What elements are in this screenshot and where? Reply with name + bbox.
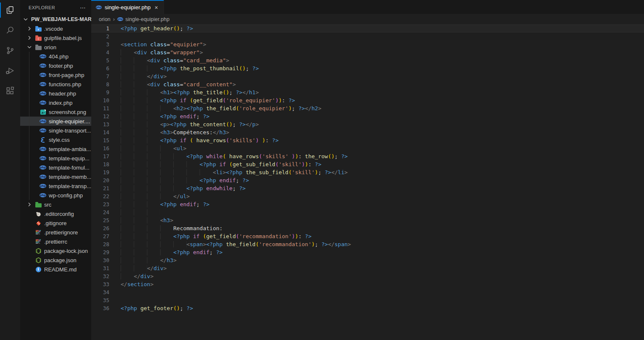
line-number[interactable]: 33 bbox=[91, 280, 109, 288]
file-item-package-lock-json[interactable]: { }package-lock.json bbox=[20, 246, 91, 255]
line-number[interactable]: 15 bbox=[91, 136, 109, 144]
line-number[interactable]: 16 bbox=[91, 144, 109, 152]
file-item-screenshot-png[interactable]: screenshot.png bbox=[20, 107, 91, 117]
code-text[interactable]: <div class="card__content"> bbox=[109, 80, 236, 88]
line-number[interactable]: 2 bbox=[91, 32, 109, 40]
source-control-icon[interactable] bbox=[0, 40, 20, 61]
code-text[interactable]: <?php if ( have_rows('skills') ): ?> bbox=[109, 136, 279, 144]
search-icon[interactable] bbox=[0, 20, 20, 40]
explorer-icon[interactable] bbox=[0, 0, 20, 20]
line-number[interactable]: 12 bbox=[91, 112, 109, 120]
line-number[interactable]: 30 bbox=[91, 256, 109, 264]
code-text[interactable]: <h1><?php the_title(); ?></h1> bbox=[109, 88, 259, 96]
code-text[interactable]: </ul> bbox=[109, 192, 190, 200]
line-number[interactable]: 6 bbox=[91, 64, 109, 72]
file-item-prettierrc[interactable]: .prettierrc bbox=[20, 237, 91, 246]
line-number[interactable]: 13 bbox=[91, 120, 109, 128]
line-number[interactable]: 27 bbox=[91, 232, 109, 240]
file-item-prettierignore[interactable]: .prettierignore bbox=[20, 228, 91, 237]
breadcrumb-file[interactable]: php single-equipier.php bbox=[117, 16, 169, 22]
line-number[interactable]: 23 bbox=[91, 200, 109, 208]
file-item-editorconfig[interactable]: .editorconfig bbox=[20, 209, 91, 218]
file-item-template-equip[interactable]: phptemplate-equip... bbox=[20, 154, 91, 163]
file-item-functions-php[interactable]: phpfunctions.php bbox=[20, 80, 91, 89]
line-number[interactable]: 1 bbox=[91, 24, 109, 32]
file-item-gitignore[interactable]: .gitignore bbox=[20, 218, 91, 228]
code-text[interactable]: <?php endif; ?> bbox=[109, 176, 249, 184]
code-text[interactable] bbox=[109, 296, 121, 304]
file-item-package-json[interactable]: { }package.json bbox=[20, 255, 91, 265]
line-number[interactable]: 3 bbox=[91, 40, 109, 48]
line-number[interactable]: 18 bbox=[91, 160, 109, 168]
code-text[interactable]: <h3> bbox=[109, 216, 173, 224]
close-icon[interactable]: × bbox=[153, 4, 159, 11]
code-text[interactable]: </div> bbox=[109, 272, 153, 280]
line-number[interactable]: 32 bbox=[91, 272, 109, 280]
file-item-front-page-php[interactable]: phpfront-page.php bbox=[20, 70, 91, 80]
file-item-footer-php[interactable]: phpfooter.php bbox=[20, 61, 91, 70]
line-number[interactable]: 8 bbox=[91, 80, 109, 88]
code-text[interactable]: <li><?php the_sub_field('skill'); ?></li… bbox=[109, 168, 348, 176]
code-editor[interactable]: 1<?php get_header(); ?>23<section class=… bbox=[91, 24, 644, 340]
code-text[interactable]: <div class="wrapper"> bbox=[109, 48, 203, 56]
code-text[interactable]: <div class="card__media"> bbox=[109, 56, 229, 64]
code-text[interactable]: <?php get_header(); ?> bbox=[109, 24, 193, 32]
code-text[interactable] bbox=[109, 208, 160, 216]
code-text[interactable]: </div> bbox=[109, 264, 167, 272]
line-number[interactable]: 20 bbox=[91, 176, 109, 184]
line-number[interactable]: 29 bbox=[91, 248, 109, 256]
line-number[interactable]: 9 bbox=[91, 88, 109, 96]
code-text[interactable]: </div> bbox=[109, 72, 167, 80]
line-number[interactable]: 14 bbox=[91, 128, 109, 136]
code-text[interactable]: <?php if (get_field('recommandation')): … bbox=[109, 232, 311, 240]
code-text[interactable] bbox=[109, 32, 121, 40]
file-item-single-transport[interactable]: phpsingle-transport.... bbox=[20, 126, 91, 135]
line-number[interactable]: 25 bbox=[91, 216, 109, 224]
tab-single-equipier-php[interactable]: php single-equipier.php × bbox=[91, 0, 164, 14]
more-actions-icon[interactable]: ⋯ bbox=[80, 4, 86, 11]
file-item-readme-md[interactable]: iREADME.md bbox=[20, 265, 91, 274]
line-number[interactable]: 22 bbox=[91, 192, 109, 200]
code-text[interactable]: <?php while( have_rows('skills' )): the_… bbox=[109, 152, 348, 160]
code-text[interactable]: </section> bbox=[109, 280, 153, 288]
code-text[interactable]: Recommandation: bbox=[109, 224, 223, 232]
file-item-header-php[interactable]: phpheader.php bbox=[20, 89, 91, 98]
file-item-orion[interactable]: orion bbox=[20, 42, 91, 52]
line-number[interactable]: 35 bbox=[91, 296, 109, 304]
code-text[interactable]: <ul> bbox=[109, 144, 187, 152]
code-text[interactable]: <h3>Compétences:</h3> bbox=[109, 128, 229, 136]
line-number[interactable]: 4 bbox=[91, 48, 109, 56]
file-item-gulpfile-babel-js[interactable]: |gulpfile.babel.js bbox=[20, 33, 91, 42]
line-number[interactable]: 11 bbox=[91, 104, 109, 112]
line-number[interactable]: 26 bbox=[91, 224, 109, 232]
line-number[interactable]: 7 bbox=[91, 72, 109, 80]
code-text[interactable]: <?php endif; ?> bbox=[109, 200, 209, 208]
line-number[interactable]: 19 bbox=[91, 168, 109, 176]
line-number[interactable]: 5 bbox=[91, 56, 109, 64]
code-text[interactable]: <h2><?php the_field('role_equipier'); ?>… bbox=[109, 104, 321, 112]
file-item-template-fomul[interactable]: phptemplate-fomul... bbox=[20, 163, 91, 172]
line-number[interactable]: 28 bbox=[91, 240, 109, 248]
file-item-template-transp[interactable]: phptemplate-transp... bbox=[20, 181, 91, 191]
code-text[interactable]: <p><?php the_content(); ?></p> bbox=[109, 120, 259, 128]
line-number[interactable]: 21 bbox=[91, 184, 109, 192]
code-text[interactable] bbox=[109, 288, 121, 296]
code-text[interactable]: <?php endwhile; ?> bbox=[109, 184, 245, 192]
line-number[interactable]: 31 bbox=[91, 264, 109, 272]
line-number[interactable]: 36 bbox=[91, 304, 109, 312]
line-number[interactable]: 34 bbox=[91, 288, 109, 296]
file-item-template-memb[interactable]: phptemplate-memb... bbox=[20, 172, 91, 181]
line-number[interactable]: 24 bbox=[91, 208, 109, 216]
line-number[interactable]: 10 bbox=[91, 96, 109, 104]
code-text[interactable]: <section class="equipier"> bbox=[109, 40, 206, 48]
line-number[interactable]: 17 bbox=[91, 152, 109, 160]
extensions-icon[interactable] bbox=[0, 81, 20, 101]
file-item-404-php[interactable]: php404.php bbox=[20, 52, 91, 61]
file-item-template-ambia[interactable]: phptemplate-ambia... bbox=[20, 144, 91, 154]
file-item-wp-config-php[interactable]: phpwp-config.php bbox=[20, 191, 91, 200]
file-item-index-php[interactable]: phpindex.php bbox=[20, 98, 91, 107]
run-debug-icon[interactable] bbox=[0, 61, 20, 81]
code-text[interactable]: <span><?php the_field('recommandation');… bbox=[109, 240, 351, 248]
breadcrumb-folder[interactable]: orion bbox=[99, 16, 111, 22]
code-text[interactable]: <?php endif; ?> bbox=[109, 112, 209, 120]
